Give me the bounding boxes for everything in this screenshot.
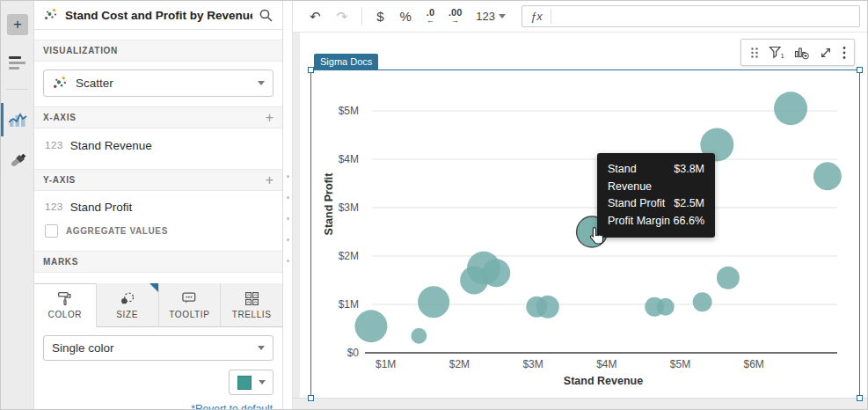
scatter-point xyxy=(813,162,842,190)
x-axis-field[interactable]: 123 Stand Revenue xyxy=(34,131,282,159)
tooltip-value: 66.6% xyxy=(674,213,704,231)
scatter-chart-icon xyxy=(52,75,69,92)
decrease-decimal-button[interactable]: .0 ← xyxy=(421,6,440,26)
chart-element[interactable]: $0$1M$2M$3M$4M$5M$1M$2M$3M$4M$5M$6MStand… xyxy=(310,70,860,399)
percent-format-button[interactable]: % xyxy=(394,6,418,26)
element-floating-toolbar: 1 xyxy=(740,39,855,66)
svg-text:$4M: $4M xyxy=(339,153,359,165)
paintbrush-icon xyxy=(9,153,26,171)
horizontal-scrollbar-track[interactable] xyxy=(293,398,867,409)
tab-trellis[interactable]: TRELLIS xyxy=(221,283,282,327)
tooltip-row: Stand Profit $2.5M xyxy=(608,195,704,213)
chevron-down-icon xyxy=(259,380,266,384)
scatter-point xyxy=(717,267,740,289)
color-swatch xyxy=(237,376,252,390)
resize-handle-bottom-left[interactable] xyxy=(308,395,314,401)
resize-handle-top-left[interactable] xyxy=(308,67,314,73)
app-window: + Stand Cost and xyxy=(0,0,868,410)
scatter-chart-icon xyxy=(43,7,59,23)
svg-text:$5M: $5M xyxy=(339,105,359,117)
expand-button[interactable] xyxy=(817,44,835,62)
tab-label: COLOR xyxy=(48,310,83,319)
tab-label: TOOLTIP xyxy=(169,310,209,319)
svg-text:$6M: $6M xyxy=(744,358,764,370)
element-name-badge[interactable]: Sigma Docs xyxy=(314,54,378,70)
tooltip-value: $2.5M xyxy=(674,195,704,213)
number-type-icon: 123 xyxy=(45,201,63,212)
panel-resize-handle[interactable] xyxy=(283,1,293,409)
rail-item-visualization[interactable] xyxy=(1,103,34,136)
chart-type-select[interactable]: Scatter xyxy=(43,70,274,97)
kebab-menu-icon xyxy=(842,46,846,60)
section-x-axis: X-AXIS + xyxy=(34,106,282,128)
rail-divider xyxy=(6,89,28,90)
y-axis-field[interactable]: 123 Stand Profit xyxy=(34,194,282,220)
redo-button[interactable]: ↷ xyxy=(331,6,354,27)
field-name: Stand Profit xyxy=(70,201,133,214)
paint-roller-icon xyxy=(57,291,73,306)
search-icon[interactable] xyxy=(259,8,274,23)
swatch-row xyxy=(43,370,274,395)
section-label: X-AXIS xyxy=(43,113,266,122)
tab-tooltip[interactable]: TOOLTIP xyxy=(159,283,222,327)
aggregate-values-checkbox[interactable] xyxy=(45,224,58,238)
drag-handle[interactable] xyxy=(748,45,761,61)
svg-text:$0: $0 xyxy=(347,347,360,359)
increase-decimal-button[interactable]: .00 → xyxy=(443,6,467,26)
revert-to-default-link[interactable]: *Revert to default xyxy=(44,403,273,410)
scatter-point xyxy=(411,328,427,344)
marks-tabs: COLOR SIZE TOOLTIP xyxy=(34,283,282,327)
left-rail: + xyxy=(1,1,34,409)
chart-type-value: Scatter xyxy=(76,77,251,90)
color-swatch-dropdown[interactable] xyxy=(229,370,274,395)
modified-corner-badge xyxy=(150,283,158,292)
add-y-field-button[interactable]: + xyxy=(266,174,274,187)
svg-text:$4M: $4M xyxy=(596,358,616,370)
visualization-sidebar: Stand Cost and Profit by Revenue VISUALI… xyxy=(34,1,283,409)
pointer-cursor-icon xyxy=(588,226,606,245)
formula-bar: ƒx xyxy=(522,5,860,27)
section-label: VISUALIZATION xyxy=(43,46,274,55)
fx-icon: ƒx xyxy=(522,10,551,23)
add-element-button[interactable]: + xyxy=(7,14,28,35)
tooltip-row: Profit Margin 66.6% xyxy=(608,213,704,231)
chevron-down-icon xyxy=(499,14,506,18)
tab-color[interactable]: COLOR xyxy=(34,283,97,327)
format-lines-icon[interactable] xyxy=(9,56,26,70)
scatter-plot[interactable]: $0$1M$2M$3M$4M$5M$1M$2M$3M$4M$5M$6MStand… xyxy=(311,70,859,398)
aggregate-values-row: AGGREGATE VALUES xyxy=(34,220,282,241)
tab-size[interactable]: SIZE xyxy=(97,283,159,327)
drag-dots-icon xyxy=(750,47,759,59)
arrow-left-icon: ← xyxy=(427,17,434,25)
more-options-button[interactable] xyxy=(841,44,848,62)
section-label: Y-AXIS xyxy=(43,175,266,185)
tab-label: TRELLIS xyxy=(232,310,272,319)
color-mode-select[interactable]: Single color xyxy=(43,335,274,361)
resize-handle-top-right[interactable] xyxy=(857,67,863,73)
tooltip-value: $3.8M xyxy=(674,161,704,195)
add-chart-button[interactable] xyxy=(792,44,811,62)
scatter-point xyxy=(657,298,675,316)
svg-text:$2M: $2M xyxy=(449,358,470,370)
main-area: ↶ ↷ $ % .0 ← .00 → 123 ƒx xyxy=(293,1,867,409)
svg-text:Stand Profit: Stand Profit xyxy=(323,172,335,236)
sidebar-header: Stand Cost and Profit by Revenue xyxy=(34,1,282,30)
rail-item-styles[interactable] xyxy=(1,145,34,179)
svg-text:$3M: $3M xyxy=(339,201,359,214)
section-label: MARKS xyxy=(43,257,274,267)
add-x-field-button[interactable]: + xyxy=(266,112,274,124)
scatter-point xyxy=(536,296,559,318)
chart-add-icon xyxy=(794,46,809,60)
filter-button[interactable]: 1 xyxy=(767,44,786,62)
number-format-menu[interactable]: 123 xyxy=(470,7,511,26)
tab-label: SIZE xyxy=(116,310,138,319)
undo-button[interactable]: ↶ xyxy=(303,6,327,27)
scatter-point xyxy=(418,286,449,318)
resize-handle-bottom-right[interactable] xyxy=(857,395,863,401)
currency-format-button[interactable]: $ xyxy=(370,6,390,26)
formula-input[interactable] xyxy=(551,6,859,26)
tooltip-label: Stand Revenue xyxy=(608,161,674,195)
aggregate-values-label: AGGREGATE VALUES xyxy=(66,226,168,236)
number-format-label: 123 xyxy=(476,10,495,23)
scatter-point xyxy=(693,292,712,311)
